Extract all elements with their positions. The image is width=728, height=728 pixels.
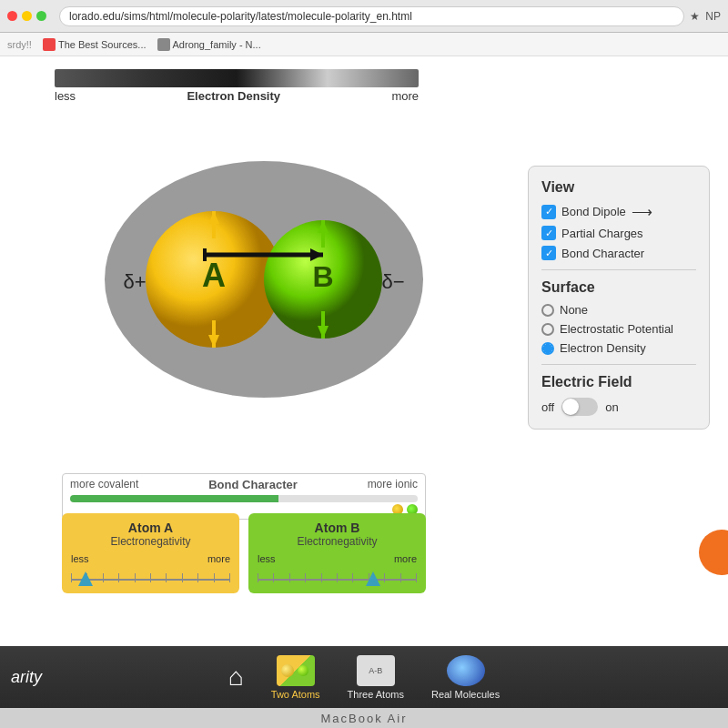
taskbar-real-molecules[interactable]: Real Molecules xyxy=(431,655,500,700)
partial-charges-checkbox[interactable]: ✓ xyxy=(541,226,556,240)
bookmark-icon-1 xyxy=(43,38,56,51)
two-atoms-label: Two Atoms xyxy=(271,689,320,700)
bookmark-icon-2 xyxy=(157,38,170,51)
bond-char-labels: more covalent Bond Character more ionic xyxy=(70,478,418,491)
bond-char-title: Bond Character xyxy=(208,478,298,491)
bond-character-checkbox[interactable]: ✓ xyxy=(541,246,556,260)
three-atoms-label: Three Atoms xyxy=(348,689,404,700)
density-bar-container: less Electron Density more xyxy=(55,69,419,103)
browser-bar: lorado.edu/sims/html/molecule-polarity/l… xyxy=(0,0,728,33)
more-covalent-label: more covalent xyxy=(70,478,138,491)
view-title: View xyxy=(541,179,696,196)
real-molecules-label: Real Molecules xyxy=(431,689,500,700)
atom-b-less: less xyxy=(258,553,276,564)
real-molecules-icon xyxy=(447,655,485,686)
density-more: more xyxy=(391,89,419,103)
bond-char-bar xyxy=(70,495,418,502)
svg-text:δ+: δ+ xyxy=(123,270,146,293)
molecule-area: A B δ+ δ− xyxy=(27,102,500,448)
bookmark1[interactable]: srdy!! xyxy=(7,39,32,50)
atom-a-subtitle: Electronegativity xyxy=(71,535,230,548)
three-atoms-icon: A-B xyxy=(357,655,395,686)
bookmark-item-1[interactable]: The Best Sources... xyxy=(43,38,147,51)
off-label: off xyxy=(541,400,554,414)
bond-dipole-row[interactable]: ✓ Bond Dipole ⟶ xyxy=(541,203,696,220)
electrostatic-row[interactable]: Electrostatic Potential xyxy=(541,322,696,336)
bookmark-item-2[interactable]: Adrong_family - N... xyxy=(157,38,261,51)
atom-a-box: Atom A Electronegativity less more xyxy=(62,513,239,593)
atom-b-subtitle: Electronegativity xyxy=(258,535,417,548)
more-ionic-label: more ionic xyxy=(368,478,418,491)
bond-character-row[interactable]: ✓ Bond Character xyxy=(541,246,696,260)
panel-divider-1 xyxy=(541,269,696,270)
browser-icons: ★ NP xyxy=(690,10,721,23)
main-content: less Electron Density more xyxy=(0,56,728,657)
density-title: Electron Density xyxy=(187,89,280,103)
electron-density-label: Electron Density xyxy=(560,341,646,355)
np-label: NP xyxy=(705,10,721,23)
atom-a-slider[interactable] xyxy=(71,566,230,584)
taskbar-page-label: arity xyxy=(11,668,42,687)
atom-b-title: Atom B xyxy=(258,521,417,535)
toggle-knob xyxy=(562,399,579,415)
molecule-svg: A B δ+ δ− xyxy=(55,120,473,430)
taskbar: arity ⌂ Two Atoms A-B Three Atoms Real M… xyxy=(0,646,728,708)
taskbar-two-atoms[interactable]: Two Atoms xyxy=(271,655,320,700)
atom-a-slider-labels: less more xyxy=(71,553,230,564)
orange-circle[interactable] xyxy=(699,530,728,575)
electrostatic-label: Electrostatic Potential xyxy=(560,322,673,336)
none-row[interactable]: None xyxy=(541,303,696,317)
svg-text:δ−: δ− xyxy=(381,270,404,293)
atom-a-ticks xyxy=(71,573,230,582)
surface-title: Surface xyxy=(541,279,696,296)
electron-density-row[interactable]: Electron Density xyxy=(541,341,696,355)
none-label: None xyxy=(560,303,588,317)
macbook-label: MacBook Air xyxy=(321,712,408,725)
url-bar[interactable]: lorado.edu/sims/html/molecule-polarity/l… xyxy=(59,6,684,26)
electron-density-radio[interactable] xyxy=(541,342,554,355)
macbook-bar: MacBook Air xyxy=(0,708,728,728)
dipole-arrow-icon: ⟶ xyxy=(632,203,652,220)
none-radio[interactable] xyxy=(541,304,554,317)
two-atoms-icon xyxy=(277,655,315,686)
electro-boxes: Atom A Electronegativity less more Atom … xyxy=(62,513,426,593)
electrostatic-radio[interactable] xyxy=(541,323,554,336)
bond-dipole-label: Bond Dipole xyxy=(561,205,626,218)
density-bar xyxy=(55,69,419,87)
panel-divider-2 xyxy=(541,364,696,365)
atom-b-ticks xyxy=(258,573,417,582)
electric-field-title: Electric Field xyxy=(541,374,696,390)
svg-text:B: B xyxy=(312,260,333,293)
density-less: less xyxy=(55,89,76,103)
home-icon: ⌂ xyxy=(228,662,244,692)
svg-text:A: A xyxy=(202,257,226,294)
atom-b-box: Atom B Electronegativity less more xyxy=(248,513,426,593)
electric-field-row: off on xyxy=(541,398,696,416)
bookmarks-bar: srdy!! The Best Sources... Adrong_family… xyxy=(0,33,728,56)
star-icon[interactable]: ★ xyxy=(690,10,700,23)
atom-a-less: less xyxy=(71,553,89,564)
taskbar-three-atoms[interactable]: A-B Three Atoms xyxy=(348,655,404,700)
atom-a-title: Atom A xyxy=(71,521,230,535)
partial-charges-label: Partial Charges xyxy=(561,227,643,240)
partial-charges-row[interactable]: ✓ Partial Charges xyxy=(541,226,696,240)
bond-character-label: Bond Character xyxy=(561,247,644,260)
atom-b-slider[interactable] xyxy=(258,566,417,584)
bond-dipole-checkbox[interactable]: ✓ xyxy=(541,205,556,219)
taskbar-home[interactable]: ⌂ xyxy=(228,662,244,692)
atom-b-slider-labels: less more xyxy=(258,553,417,564)
atom-b-more: more xyxy=(394,553,417,564)
density-labels: less Electron Density more xyxy=(55,89,419,103)
view-panel: View ✓ Bond Dipole ⟶ ✓ Partial Charges ✓… xyxy=(528,166,710,430)
electric-field-toggle[interactable] xyxy=(561,398,598,416)
on-label: on xyxy=(605,400,618,414)
atom-a-more: more xyxy=(207,553,230,564)
